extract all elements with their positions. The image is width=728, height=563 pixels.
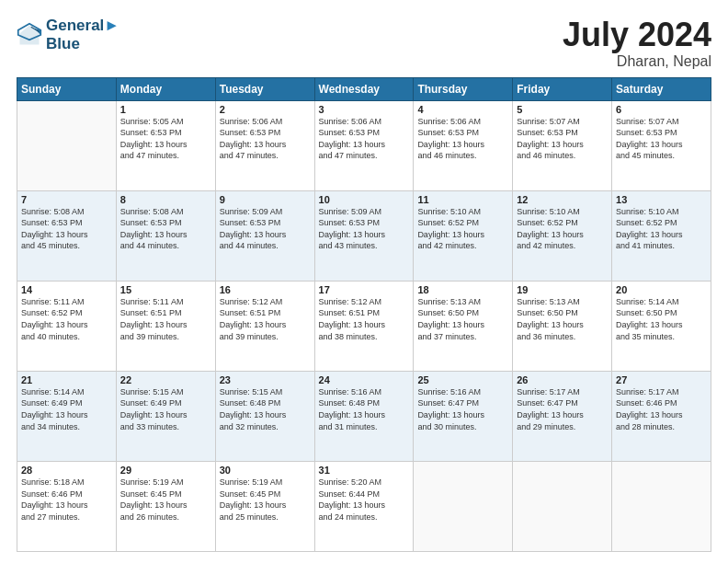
day-info: Sunrise: 5:10 AM Sunset: 6:52 PM Dayligh… bbox=[417, 206, 508, 252]
table-row: 15Sunrise: 5:11 AM Sunset: 6:51 PM Dayli… bbox=[116, 281, 215, 371]
table-row bbox=[513, 461, 612, 551]
day-info: Sunrise: 5:15 AM Sunset: 6:49 PM Dayligh… bbox=[120, 386, 211, 432]
day-number: 24 bbox=[319, 374, 410, 385]
table-row bbox=[414, 461, 513, 551]
day-info: Sunrise: 5:08 AM Sunset: 6:53 PM Dayligh… bbox=[120, 206, 211, 252]
page: General► Blue July 2024 Dharan, Nepal Su… bbox=[0, 0, 728, 563]
day-number: 25 bbox=[417, 374, 508, 385]
day-number: 5 bbox=[517, 104, 608, 115]
day-number: 7 bbox=[21, 194, 112, 205]
day-number: 15 bbox=[120, 284, 211, 295]
day-info: Sunrise: 5:11 AM Sunset: 6:52 PM Dayligh… bbox=[21, 296, 112, 342]
day-number: 23 bbox=[220, 374, 311, 385]
table-row: 27Sunrise: 5:17 AM Sunset: 6:46 PM Dayli… bbox=[612, 371, 711, 461]
table-row: 25Sunrise: 5:16 AM Sunset: 6:47 PM Dayli… bbox=[414, 371, 513, 461]
day-number: 12 bbox=[517, 194, 608, 205]
day-number: 2 bbox=[220, 104, 311, 115]
table-row bbox=[612, 461, 711, 551]
header-saturday: Saturday bbox=[612, 77, 711, 100]
day-info: Sunrise: 5:18 AM Sunset: 6:46 PM Dayligh… bbox=[21, 477, 112, 523]
day-info: Sunrise: 5:09 AM Sunset: 6:53 PM Dayligh… bbox=[319, 206, 410, 252]
day-info: Sunrise: 5:12 AM Sunset: 6:51 PM Dayligh… bbox=[220, 296, 311, 342]
day-number: 27 bbox=[616, 374, 707, 385]
day-info: Sunrise: 5:19 AM Sunset: 6:45 PM Dayligh… bbox=[220, 477, 311, 523]
day-number: 18 bbox=[417, 284, 508, 295]
header-wednesday: Wednesday bbox=[314, 77, 414, 100]
day-number: 29 bbox=[120, 465, 211, 476]
table-row: 12Sunrise: 5:10 AM Sunset: 6:52 PM Dayli… bbox=[513, 190, 612, 281]
day-info: Sunrise: 5:11 AM Sunset: 6:51 PM Dayligh… bbox=[120, 296, 211, 342]
table-row: 24Sunrise: 5:16 AM Sunset: 6:48 PM Dayli… bbox=[314, 371, 414, 461]
table-row: 6Sunrise: 5:07 AM Sunset: 6:53 PM Daylig… bbox=[612, 100, 711, 190]
logo-icon bbox=[17, 22, 42, 48]
table-row: 1Sunrise: 5:05 AM Sunset: 6:53 PM Daylig… bbox=[116, 100, 215, 190]
table-row: 26Sunrise: 5:17 AM Sunset: 6:47 PM Dayli… bbox=[513, 371, 612, 461]
day-number: 21 bbox=[21, 374, 112, 385]
day-info: Sunrise: 5:14 AM Sunset: 6:50 PM Dayligh… bbox=[616, 296, 707, 342]
table-row: 29Sunrise: 5:19 AM Sunset: 6:45 PM Dayli… bbox=[116, 461, 215, 551]
day-info: Sunrise: 5:06 AM Sunset: 6:53 PM Dayligh… bbox=[319, 116, 410, 162]
table-row: 13Sunrise: 5:10 AM Sunset: 6:52 PM Dayli… bbox=[612, 190, 711, 281]
calendar-week-row: 1Sunrise: 5:05 AM Sunset: 6:53 PM Daylig… bbox=[17, 100, 711, 190]
table-row: 16Sunrise: 5:12 AM Sunset: 6:51 PM Dayli… bbox=[215, 281, 314, 371]
day-number: 8 bbox=[120, 194, 211, 205]
day-number: 20 bbox=[616, 284, 707, 295]
day-info: Sunrise: 5:09 AM Sunset: 6:53 PM Dayligh… bbox=[220, 206, 311, 252]
header: General► Blue July 2024 Dharan, Nepal bbox=[17, 17, 711, 70]
logo-text: General► Blue bbox=[46, 17, 119, 52]
table-row: 21Sunrise: 5:14 AM Sunset: 6:49 PM Dayli… bbox=[17, 371, 117, 461]
table-row: 17Sunrise: 5:12 AM Sunset: 6:51 PM Dayli… bbox=[314, 281, 414, 371]
weekday-header-row: Sunday Monday Tuesday Wednesday Thursday… bbox=[17, 77, 711, 100]
day-info: Sunrise: 5:07 AM Sunset: 6:53 PM Dayligh… bbox=[517, 116, 608, 162]
day-number: 17 bbox=[319, 284, 410, 295]
table-row: 10Sunrise: 5:09 AM Sunset: 6:53 PM Dayli… bbox=[314, 190, 414, 281]
table-row: 4Sunrise: 5:06 AM Sunset: 6:53 PM Daylig… bbox=[414, 100, 513, 190]
location-title: Dharan, Nepal bbox=[563, 53, 711, 70]
day-number: 10 bbox=[319, 194, 410, 205]
day-info: Sunrise: 5:16 AM Sunset: 6:47 PM Dayligh… bbox=[417, 386, 508, 432]
header-friday: Friday bbox=[513, 77, 612, 100]
table-row: 3Sunrise: 5:06 AM Sunset: 6:53 PM Daylig… bbox=[314, 100, 414, 190]
calendar-table: Sunday Monday Tuesday Wednesday Thursday… bbox=[17, 77, 711, 552]
calendar-week-row: 28Sunrise: 5:18 AM Sunset: 6:46 PM Dayli… bbox=[17, 461, 711, 551]
day-number: 3 bbox=[319, 104, 410, 115]
table-row: 11Sunrise: 5:10 AM Sunset: 6:52 PM Dayli… bbox=[414, 190, 513, 281]
day-number: 13 bbox=[616, 194, 707, 205]
table-row: 2Sunrise: 5:06 AM Sunset: 6:53 PM Daylig… bbox=[215, 100, 314, 190]
day-number: 6 bbox=[616, 104, 707, 115]
day-info: Sunrise: 5:08 AM Sunset: 6:53 PM Dayligh… bbox=[21, 206, 112, 252]
table-row: 28Sunrise: 5:18 AM Sunset: 6:46 PM Dayli… bbox=[17, 461, 117, 551]
header-sunday: Sunday bbox=[17, 77, 117, 100]
table-row bbox=[17, 100, 117, 190]
day-info: Sunrise: 5:07 AM Sunset: 6:53 PM Dayligh… bbox=[616, 116, 707, 162]
header-thursday: Thursday bbox=[414, 77, 513, 100]
day-number: 22 bbox=[120, 374, 211, 385]
day-info: Sunrise: 5:06 AM Sunset: 6:53 PM Dayligh… bbox=[417, 116, 508, 162]
logo: General► Blue bbox=[17, 17, 119, 52]
title-block: July 2024 Dharan, Nepal bbox=[563, 17, 711, 70]
day-info: Sunrise: 5:16 AM Sunset: 6:48 PM Dayligh… bbox=[319, 386, 410, 432]
day-info: Sunrise: 5:20 AM Sunset: 6:44 PM Dayligh… bbox=[319, 477, 410, 523]
table-row: 9Sunrise: 5:09 AM Sunset: 6:53 PM Daylig… bbox=[215, 190, 314, 281]
table-row: 20Sunrise: 5:14 AM Sunset: 6:50 PM Dayli… bbox=[612, 281, 711, 371]
day-info: Sunrise: 5:14 AM Sunset: 6:49 PM Dayligh… bbox=[21, 386, 112, 432]
table-row: 14Sunrise: 5:11 AM Sunset: 6:52 PM Dayli… bbox=[17, 281, 117, 371]
day-number: 30 bbox=[220, 465, 311, 476]
day-info: Sunrise: 5:13 AM Sunset: 6:50 PM Dayligh… bbox=[517, 296, 608, 342]
day-number: 14 bbox=[21, 284, 112, 295]
day-info: Sunrise: 5:05 AM Sunset: 6:53 PM Dayligh… bbox=[120, 116, 211, 162]
table-row: 7Sunrise: 5:08 AM Sunset: 6:53 PM Daylig… bbox=[17, 190, 117, 281]
day-info: Sunrise: 5:06 AM Sunset: 6:53 PM Dayligh… bbox=[220, 116, 311, 162]
month-year-title: July 2024 bbox=[563, 17, 711, 53]
day-info: Sunrise: 5:13 AM Sunset: 6:50 PM Dayligh… bbox=[417, 296, 508, 342]
day-info: Sunrise: 5:12 AM Sunset: 6:51 PM Dayligh… bbox=[319, 296, 410, 342]
header-tuesday: Tuesday bbox=[215, 77, 314, 100]
day-number: 19 bbox=[517, 284, 608, 295]
day-number: 9 bbox=[220, 194, 311, 205]
day-number: 11 bbox=[417, 194, 508, 205]
table-row: 5Sunrise: 5:07 AM Sunset: 6:53 PM Daylig… bbox=[513, 100, 612, 190]
day-info: Sunrise: 5:17 AM Sunset: 6:47 PM Dayligh… bbox=[517, 386, 608, 432]
table-row: 8Sunrise: 5:08 AM Sunset: 6:53 PM Daylig… bbox=[116, 190, 215, 281]
table-row: 18Sunrise: 5:13 AM Sunset: 6:50 PM Dayli… bbox=[414, 281, 513, 371]
day-number: 28 bbox=[21, 465, 112, 476]
